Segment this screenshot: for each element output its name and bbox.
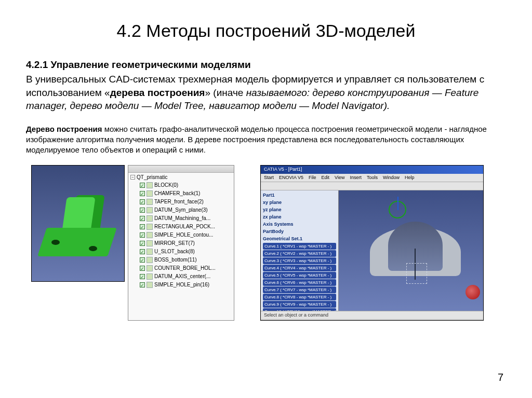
p1-bold: дерева построения [110, 87, 205, 98]
catia-curve-item[interactable]: Curve.8 ( *CRV8 - wsp *MASTER - ) [263, 294, 336, 300]
tree-root-item[interactable]: − QT_prismatic [130, 174, 232, 180]
axis-triad-icon [384, 197, 410, 223]
catia-curve-item[interactable]: Curve.2 ( *CRV2 - wsp *MASTER - ) [263, 250, 336, 257]
tree-item-label: TAPER_front_face(2) [154, 198, 204, 206]
catia-tree-node[interactable]: xy plane [263, 199, 336, 206]
tree-item-label: U_SLOT_back(8) [154, 248, 195, 256]
tree-item-label: DATUM_AXIS_center(... [154, 272, 210, 281]
checkbox-icon[interactable] [140, 216, 145, 221]
menu-item[interactable]: ENOVIA V5 [279, 175, 303, 181]
catia-statusbar: Select an object or a command [261, 311, 483, 319]
tree-item[interactable]: COUNTER_BORE_HOL... [140, 264, 232, 272]
tree-item[interactable]: DATUM_Sym_plane(3) [140, 206, 232, 214]
section-heading: 4.2.1 Управление геометрическими моделям… [26, 59, 506, 71]
tree-item[interactable]: SIMPLE_HOLE_pin(16) [140, 281, 232, 289]
paragraph-2: Дерево построения можно считать графо-ан… [26, 124, 506, 156]
checkbox-icon[interactable] [140, 183, 145, 188]
menu-item[interactable]: Help [405, 175, 415, 181]
tree-item-label: COUNTER_BORE_HOL... [154, 264, 216, 272]
tree-item-label: SIMPLE_HOLE_contou... [154, 231, 213, 239]
page-number: 7 [498, 372, 503, 383]
menu-item[interactable]: Insert [350, 175, 362, 181]
left-figure: − QT_prismatic BLOCK(0)CHAMFER_back(1)TA… [31, 165, 234, 321]
catia-viewport [339, 190, 483, 311]
checkbox-icon[interactable] [140, 266, 145, 271]
ring-part-icon [370, 222, 461, 292]
catia-tree-node[interactable]: zx plane [263, 214, 336, 221]
feature-icon [147, 182, 153, 188]
checkbox-icon[interactable] [140, 257, 145, 263]
catia-toolbar [261, 182, 483, 190]
catia-tree-node[interactable]: Geometrical Set.1 [263, 236, 336, 242]
menu-item[interactable]: Start [264, 175, 274, 181]
tree-item-label: DATUM_Machining_fa... [154, 214, 210, 223]
checkbox-icon[interactable] [140, 191, 145, 196]
tree-item[interactable]: BOSS_bottom(11) [140, 256, 232, 264]
menu-item[interactable]: Tools [367, 175, 378, 181]
catia-menubar: StartENOVIA V5FileEditViewInsertToolsWin… [261, 174, 483, 182]
menu-item[interactable]: File [309, 175, 316, 181]
menu-item[interactable]: Edit [322, 175, 330, 181]
catia-curve-item[interactable]: Curve.3 ( *CRV3 - wsp *MASTER - ) [263, 257, 336, 264]
checkbox-icon[interactable] [140, 208, 145, 213]
paragraph-1: В универсальных СAD-системах трехмерная … [26, 73, 506, 113]
page-title: 4.2 Методы построений 3D-моделей [26, 21, 506, 41]
tree-root-label: QT_prismatic [137, 174, 167, 180]
checkbox-icon[interactable] [140, 199, 145, 204]
p1-b: » (иначе [205, 87, 246, 98]
feature-icon [147, 273, 153, 280]
tree-item-label: BOSS_bottom(11) [154, 256, 197, 264]
feature-icon [147, 240, 153, 246]
checkbox-icon[interactable] [140, 249, 145, 254]
menu-item[interactable]: View [335, 175, 344, 181]
tree-item[interactable]: SIMPLE_HOLE_contou... [140, 231, 232, 239]
catia-curve-item[interactable]: Curve.1 ( *CRV1 - wsp *MASTER - ) [263, 243, 336, 250]
catia-tree-node[interactable]: yz plane [263, 207, 336, 213]
catia-tree-node[interactable]: Axis Systems [263, 221, 336, 228]
green-part-icon [42, 194, 112, 256]
catia-curve-item[interactable]: Curve.5 ( *CRV5 - wsp *MASTER - ) [263, 272, 336, 279]
catia-titlebar: CATIA V5 - [Part1] [261, 166, 483, 174]
tree-item[interactable]: DATUM_AXIS_center(... [140, 272, 232, 281]
checkbox-icon[interactable] [140, 241, 145, 246]
tree-item[interactable]: TAPER_front_face(2) [140, 198, 232, 206]
figures-row: − QT_prismatic BLOCK(0)CHAMFER_back(1)TA… [26, 165, 506, 321]
tree-item[interactable]: DATUM_Machining_fa... [140, 214, 232, 223]
checkbox-icon[interactable] [140, 274, 145, 279]
catia-tree-panel: Part1xy planeyz planezx planeAxis System… [261, 190, 339, 311]
tree-item-label: MIRROR_SET(7) [154, 239, 195, 248]
feature-icon [147, 265, 153, 271]
p2-bold: Дерево построения [26, 125, 102, 133]
tree-item[interactable]: CHAMFER_back(1) [140, 189, 232, 198]
feature-icon [147, 190, 153, 197]
tree-item[interactable]: MIRROR_SET(7) [140, 239, 232, 248]
collapse-icon[interactable]: − [130, 175, 135, 180]
feature-icon [147, 215, 153, 222]
catia-logo-icon [466, 285, 480, 299]
feature-icon [147, 207, 153, 213]
tree-item-label: RECTANGULAR_POCK... [154, 223, 215, 231]
tree-item[interactable]: RECTANGULAR_POCK... [140, 223, 232, 231]
menu-item[interactable]: Window [383, 175, 400, 181]
catia-curve-item[interactable]: Curve.10 ( *CRV10 - wsp *MASTER - ) [263, 308, 336, 311]
tree-item[interactable]: U_SLOT_back(8) [140, 248, 232, 256]
tree-item[interactable]: BLOCK(0) [140, 181, 232, 189]
feature-icon [147, 282, 153, 288]
checkbox-icon[interactable] [140, 232, 145, 238]
catia-curve-item[interactable]: Curve.4 ( *CRV4 - wsp *MASTER - ) [263, 265, 336, 271]
checkbox-icon[interactable] [140, 282, 145, 287]
feature-tree-panel: − QT_prismatic BLOCK(0)CHAMFER_back(1)TA… [128, 165, 234, 321]
checkbox-icon[interactable] [140, 224, 145, 229]
tree-toolbar [128, 166, 234, 173]
feature-icon [147, 249, 153, 255]
catia-tree-node[interactable]: PartBody [263, 228, 336, 235]
render-viewport [31, 165, 125, 282]
catia-curve-item[interactable]: Curve.7 ( *CRV7 - wsp *MASTER - ) [263, 286, 336, 293]
catia-window: CATIA V5 - [Part1] StartENOVIA V5FileEdi… [260, 165, 484, 321]
catia-tree-node[interactable]: Part1 [263, 192, 336, 199]
feature-icon [147, 232, 153, 238]
feature-icon [147, 224, 153, 230]
catia-curve-item[interactable]: Curve.9 ( *CRV9 - wsp *MASTER - ) [263, 301, 336, 308]
catia-curve-item[interactable]: Curve.6 ( *CRV6 - wsp *MASTER - ) [263, 279, 336, 286]
tree-item-label: SIMPLE_HOLE_pin(16) [154, 281, 209, 289]
